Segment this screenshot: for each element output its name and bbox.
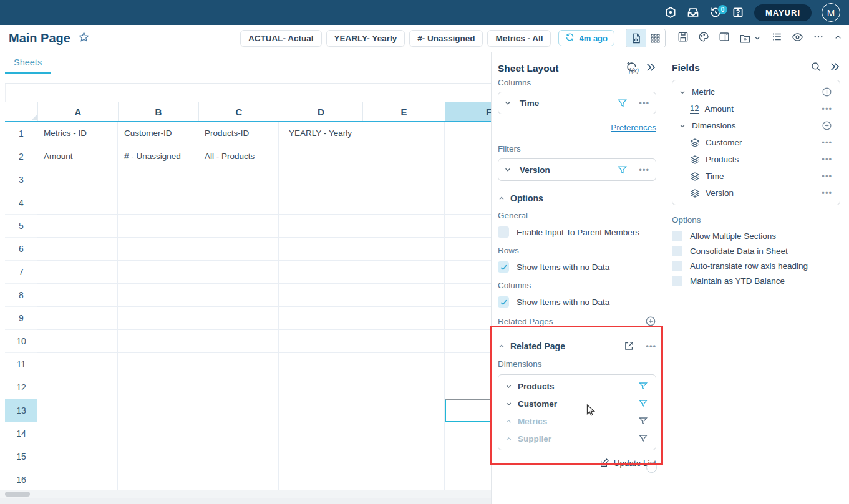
preview-eye-icon[interactable] xyxy=(792,31,803,46)
sheet-view-icon[interactable] xyxy=(626,29,646,47)
row-header-3[interactable]: 3 xyxy=(5,168,37,191)
cell-C7[interactable] xyxy=(198,261,279,284)
related-page-header[interactable]: Related Page ••• xyxy=(498,341,656,351)
rows-show-items-option[interactable]: Show Items with no Data xyxy=(498,261,656,273)
checkbox-unchecked[interactable] xyxy=(672,261,682,271)
field-time[interactable]: Time ••• xyxy=(672,168,840,185)
layout-panel-icon[interactable] xyxy=(719,31,730,45)
cell-D15[interactable] xyxy=(279,445,362,468)
checkbox-unchecked[interactable] xyxy=(672,246,682,256)
cell-B12[interactable] xyxy=(118,376,198,399)
cell-D1[interactable]: YEARLY - Yearly xyxy=(279,122,362,145)
field-customer[interactable]: Customer ••• xyxy=(672,134,840,151)
cell-D10[interactable] xyxy=(279,330,362,353)
cell-C9[interactable] xyxy=(198,307,279,330)
add-metric-icon[interactable] xyxy=(822,87,832,97)
cell-E6[interactable] xyxy=(362,238,445,261)
cell-E12[interactable] xyxy=(362,376,445,399)
cell-D16[interactable] xyxy=(279,468,362,492)
dimension-row-metrics[interactable]: Metrics xyxy=(498,412,656,430)
select-all-corner[interactable] xyxy=(5,102,37,121)
formula-fx-label[interactable]: ƒ(x) xyxy=(628,67,639,74)
cell-C2[interactable]: All - Products xyxy=(198,145,279,168)
horizontal-scrollbar[interactable] xyxy=(0,490,491,498)
dimensions-group-row[interactable]: Dimensions xyxy=(672,117,840,134)
dimension-row-customer[interactable]: Customer xyxy=(498,395,656,412)
cell-A9[interactable] xyxy=(37,307,118,330)
cell-E5[interactable] xyxy=(362,215,445,238)
cell-E1[interactable] xyxy=(362,122,445,145)
cell-D12[interactable] xyxy=(279,376,362,399)
field-more-icon[interactable]: ••• xyxy=(822,155,832,164)
filter-icon[interactable] xyxy=(638,399,648,409)
row-header-8[interactable]: 8 xyxy=(5,284,37,307)
publish-button[interactable] xyxy=(739,32,762,44)
cell-E11[interactable] xyxy=(362,353,445,376)
row-header-1[interactable]: 1 xyxy=(5,122,37,145)
cell-E9[interactable] xyxy=(362,307,445,330)
add-dimension-icon[interactable] xyxy=(822,120,832,131)
column-header-B[interactable]: B xyxy=(118,102,198,121)
cell-B16[interactable] xyxy=(118,468,198,492)
field-more-icon[interactable]: ••• xyxy=(822,188,832,198)
cols-show-items-option[interactable]: Show Items with no Data xyxy=(498,296,656,308)
cell-E14[interactable] xyxy=(362,422,445,445)
cell-E10[interactable] xyxy=(362,330,445,353)
add-related-page-icon[interactable] xyxy=(645,316,656,327)
cell-D3[interactable] xyxy=(279,168,362,191)
cell-C10[interactable] xyxy=(198,330,279,353)
cell-B8[interactable] xyxy=(118,284,198,307)
related-page-more-icon[interactable]: ••• xyxy=(646,341,656,351)
cell-E4[interactable] xyxy=(362,191,445,215)
avatar[interactable]: M xyxy=(822,3,840,22)
save-icon[interactable] xyxy=(677,31,689,45)
dimension-row-products[interactable]: Products xyxy=(498,377,656,395)
cell-D8[interactable] xyxy=(279,284,362,307)
cell-A3[interactable] xyxy=(37,168,118,191)
cell-B6[interactable] xyxy=(118,238,198,261)
inbox-icon[interactable] xyxy=(687,6,699,19)
scrollbar-thumb[interactable] xyxy=(5,492,30,497)
cell-B3[interactable] xyxy=(118,168,198,191)
chip-metrics[interactable]: Metrics - All xyxy=(487,30,551,47)
cell-D9[interactable] xyxy=(279,307,362,330)
checkbox-checked[interactable] xyxy=(498,261,509,273)
cell-C6[interactable] xyxy=(198,238,279,261)
option-ytd-balance[interactable]: Maintain as YTD Balance xyxy=(672,276,840,286)
checkbox-unchecked[interactable] xyxy=(672,231,682,241)
cell-A13[interactable] xyxy=(37,399,118,422)
user-menu-button[interactable]: MAYURI xyxy=(754,4,812,21)
cell-B4[interactable] xyxy=(118,191,198,215)
refresh-button[interactable]: 4m ago xyxy=(558,30,614,46)
grid-view-icon[interactable] xyxy=(646,29,665,47)
row-header-12[interactable]: 12 xyxy=(5,376,37,399)
more-icon[interactable] xyxy=(813,31,824,45)
row-header-10[interactable]: 10 xyxy=(5,330,37,353)
cell-D5[interactable] xyxy=(279,215,362,238)
row-header-2[interactable]: 2 xyxy=(5,145,37,168)
cell-B5[interactable] xyxy=(118,215,198,238)
edit-icon[interactable] xyxy=(599,458,609,468)
open-external-icon[interactable] xyxy=(624,341,634,351)
chip-version[interactable]: ACTUAL- Actual xyxy=(240,30,322,47)
field-amount[interactable]: 12 Amount ••• xyxy=(672,100,840,117)
cell-A6[interactable] xyxy=(37,238,118,261)
checkbox-checked[interactable] xyxy=(498,296,509,308)
collapse-panel-icon[interactable] xyxy=(645,62,656,75)
cell-A10[interactable] xyxy=(37,330,118,353)
palette-icon[interactable] xyxy=(698,31,709,45)
dimension-row-supplier[interactable]: Supplier xyxy=(498,430,656,447)
cell-B13[interactable] xyxy=(118,399,198,422)
filter-icon[interactable] xyxy=(638,381,648,391)
checkbox-unchecked[interactable] xyxy=(672,276,682,286)
cell-A5[interactable] xyxy=(37,215,118,238)
cell-B14[interactable] xyxy=(118,422,198,445)
cell-A2[interactable]: Amount xyxy=(37,145,118,168)
cell-C1[interactable]: Products-ID xyxy=(198,122,279,145)
cell-B11[interactable] xyxy=(118,353,198,376)
cell-B2[interactable]: # - Unassigned xyxy=(118,145,198,168)
cell-D14[interactable] xyxy=(279,422,362,445)
cell-C15[interactable] xyxy=(198,445,279,468)
search-icon[interactable] xyxy=(810,61,822,75)
cell-B9[interactable] xyxy=(118,307,198,330)
